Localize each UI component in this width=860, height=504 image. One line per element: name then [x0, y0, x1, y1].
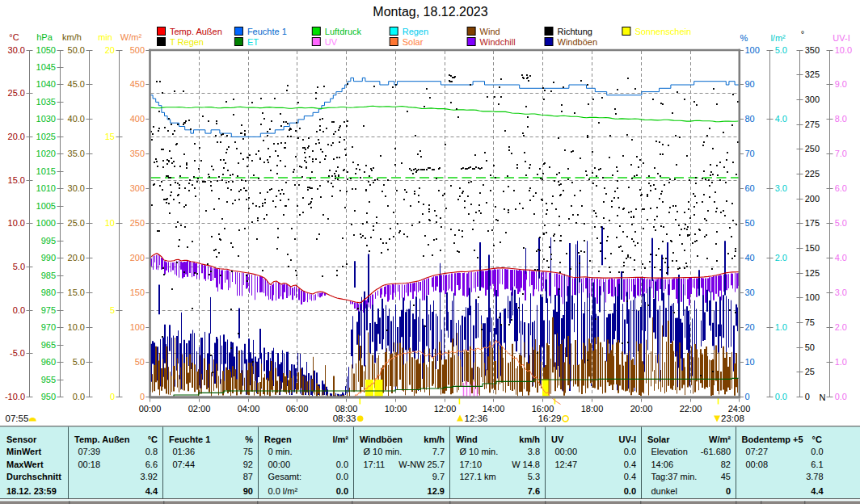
svg-text:17:11: 17:11	[364, 460, 386, 469]
svg-text:Gesamt:: Gesamt:	[268, 472, 302, 481]
svg-text:400: 400	[130, 114, 145, 124]
svg-text:00:00: 00:00	[268, 460, 291, 469]
svg-text:°C: °C	[812, 435, 822, 444]
svg-text:24:00: 24:00	[728, 404, 751, 414]
svg-text:07:27: 07:27	[746, 447, 769, 456]
svg-text:-10.0: -10.0	[5, 392, 25, 401]
svg-text:87: 87	[243, 472, 253, 481]
svg-text:UV: UV	[325, 37, 338, 47]
svg-text:92: 92	[243, 460, 253, 469]
svg-text:MaxWert: MaxWert	[6, 460, 44, 469]
svg-text:30.0: 30.0	[68, 183, 85, 193]
svg-text:275: 275	[805, 120, 820, 129]
svg-text:0.0: 0.0	[811, 447, 823, 456]
svg-text:1010: 1010	[36, 183, 56, 193]
svg-text:15.0: 15.0	[8, 175, 25, 185]
svg-text:00:08: 00:08	[746, 460, 769, 469]
svg-text:min: min	[98, 32, 112, 42]
svg-text:07:44: 07:44	[173, 460, 196, 469]
svg-text:75: 75	[805, 317, 815, 327]
svg-text:4.4: 4.4	[145, 486, 158, 496]
svg-text:45: 45	[721, 472, 731, 481]
svg-text:Durchschnitt: Durchschnitt	[6, 472, 61, 481]
svg-text:3.0: 3.0	[835, 288, 847, 297]
svg-text:ET: ET	[247, 37, 259, 47]
svg-text:0: 0	[726, 486, 731, 496]
svg-text:Wind: Wind	[480, 27, 500, 36]
svg-text:07:39: 07:39	[78, 447, 101, 456]
svg-text:127.1 km: 127.1 km	[460, 472, 496, 481]
svg-text:500: 500	[130, 45, 145, 55]
svg-text:W-NW 25.7: W-NW 25.7	[398, 460, 445, 469]
svg-text:30: 30	[745, 288, 755, 297]
svg-text:0 min.: 0 min.	[268, 447, 293, 456]
svg-text:Solar: Solar	[647, 435, 670, 444]
svg-text:990: 990	[41, 253, 56, 262]
svg-text:Temp. Außen: Temp. Außen	[74, 435, 130, 444]
svg-text:10.0: 10.0	[835, 45, 852, 55]
svg-text:7.6: 7.6	[528, 486, 540, 496]
svg-text:UV-I: UV-I	[619, 435, 636, 444]
svg-text:6.1: 6.1	[811, 460, 823, 469]
svg-text:150: 150	[805, 243, 820, 253]
svg-text:350: 350	[805, 45, 820, 55]
svg-text:Solar: Solar	[403, 37, 424, 47]
svg-text:10: 10	[105, 218, 115, 228]
svg-text:1025: 1025	[36, 132, 56, 141]
svg-text:°C: °C	[9, 32, 19, 42]
svg-text:0.0: 0.0	[624, 486, 636, 496]
svg-text:5.3: 5.3	[528, 472, 540, 481]
svg-text:125: 125	[805, 268, 820, 278]
svg-text:%: %	[740, 33, 748, 43]
svg-text:MinWert: MinWert	[6, 447, 42, 456]
svg-text:12:00: 12:00	[434, 404, 457, 414]
svg-text:12:36: 12:36	[465, 414, 488, 423]
svg-text:5.0: 5.0	[73, 357, 85, 367]
svg-text:965: 965	[41, 340, 56, 350]
svg-text:dunkel: dunkel	[651, 486, 677, 496]
svg-text:12:47: 12:47	[555, 460, 578, 469]
svg-text:km/h: km/h	[62, 32, 82, 42]
svg-text:1015: 1015	[36, 166, 56, 176]
svg-text:km/h: km/h	[424, 435, 445, 444]
svg-text:08:00: 08:00	[335, 404, 358, 414]
svg-text:200: 200	[130, 253, 145, 262]
svg-text:W/m²: W/m²	[709, 435, 731, 444]
svg-text:100: 100	[805, 292, 820, 302]
svg-text:00:18: 00:18	[78, 460, 101, 469]
svg-text:15: 15	[105, 132, 115, 141]
svg-text:1.0: 1.0	[775, 322, 787, 332]
svg-text:3.8: 3.8	[528, 447, 540, 456]
svg-text:6.6: 6.6	[145, 460, 158, 469]
svg-text:02:00: 02:00	[188, 404, 211, 414]
svg-text:5: 5	[110, 305, 115, 315]
svg-text:0.0: 0.0	[835, 392, 847, 401]
svg-text:20.0: 20.0	[8, 132, 25, 141]
svg-text:175: 175	[805, 218, 820, 228]
svg-text:08:33: 08:33	[333, 414, 356, 423]
svg-text:995: 995	[41, 236, 56, 246]
svg-text:225: 225	[805, 169, 820, 178]
svg-text:°: °	[801, 29, 804, 39]
svg-text:4.0: 4.0	[775, 114, 787, 124]
svg-text:T Regen: T Regen	[170, 37, 204, 47]
svg-text:5.0: 5.0	[835, 218, 847, 228]
svg-text:UV-I: UV-I	[833, 33, 849, 43]
svg-text:7.0: 7.0	[835, 149, 847, 158]
svg-text:18:00: 18:00	[581, 404, 604, 414]
svg-text:1005: 1005	[36, 201, 56, 211]
svg-text:1050: 1050	[36, 45, 56, 55]
svg-text:00:00: 00:00	[555, 447, 578, 456]
svg-text:2.0: 2.0	[835, 322, 847, 332]
svg-text:35.0: 35.0	[68, 149, 85, 158]
svg-text:2.0: 2.0	[775, 253, 787, 262]
svg-text:3.78: 3.78	[806, 472, 823, 481]
svg-text:0.4: 0.4	[624, 460, 636, 469]
svg-text:0.4: 0.4	[624, 472, 636, 481]
svg-text:40: 40	[745, 253, 755, 262]
svg-text:06:00: 06:00	[286, 404, 309, 414]
svg-text:955: 955	[41, 375, 56, 384]
svg-text:15.0: 15.0	[68, 288, 85, 297]
svg-text:9.0: 9.0	[835, 79, 847, 89]
svg-text:50.0: 50.0	[68, 45, 85, 55]
